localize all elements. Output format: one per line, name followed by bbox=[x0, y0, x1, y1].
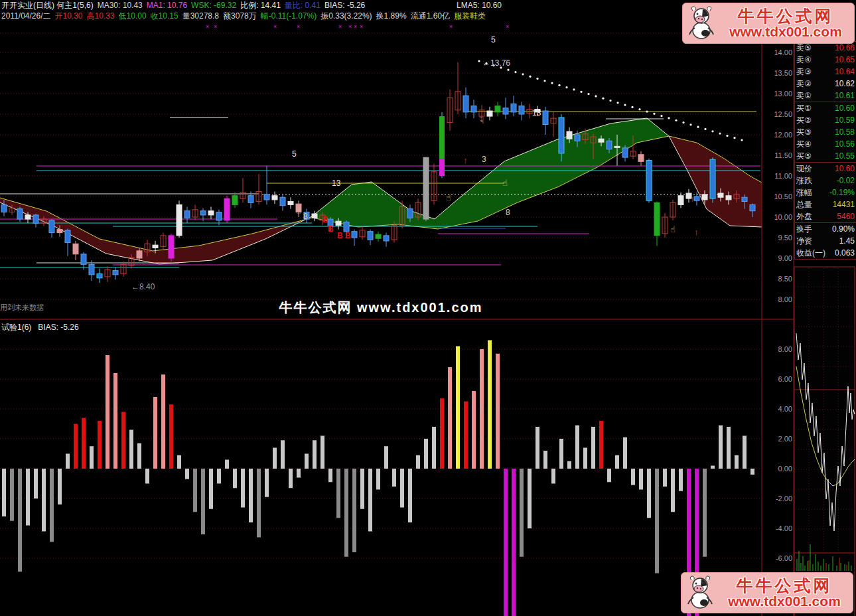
quote-row: 外盘5460 bbox=[795, 210, 856, 222]
up-arrow-icon: ↑ bbox=[463, 155, 468, 165]
indicator-tick: 0.00 bbox=[763, 465, 792, 473]
bias-bar bbox=[113, 373, 117, 469]
ohlc-field: 低10.00 bbox=[119, 11, 147, 21]
quote-row: 卖①10.61 bbox=[795, 90, 856, 102]
bias-bar bbox=[456, 346, 460, 469]
trendline-dot bbox=[558, 84, 560, 86]
cow-mascot-icon bbox=[684, 575, 716, 611]
bias-bar bbox=[472, 391, 476, 469]
candle-body bbox=[352, 232, 357, 238]
trendline-dot bbox=[616, 102, 618, 104]
bias-bar bbox=[305, 454, 309, 469]
bias-bar bbox=[400, 469, 404, 508]
bias-bar bbox=[273, 448, 277, 469]
bias-bar bbox=[384, 446, 388, 469]
bias-bar bbox=[233, 469, 237, 488]
pivot-label: 8 bbox=[506, 208, 510, 217]
pivot-label: ←13.76 bbox=[482, 58, 510, 68]
bias-bar bbox=[464, 402, 468, 469]
trendline-dot bbox=[653, 113, 655, 115]
candle-body bbox=[336, 221, 341, 225]
candle-body bbox=[614, 146, 620, 147]
info-bar-line2: 2011/04/26/二开10.30高10.33低10.00收10.15量302… bbox=[1, 11, 490, 21]
bias-bar bbox=[42, 469, 46, 532]
bull-band bbox=[435, 118, 669, 229]
trendline-dot bbox=[646, 110, 648, 112]
quote-label: 现价 bbox=[796, 163, 812, 175]
candle-body bbox=[208, 211, 214, 215]
bias-bar bbox=[520, 469, 524, 557]
candle-body bbox=[25, 215, 31, 219]
bias-bar bbox=[137, 443, 141, 469]
candle-body bbox=[113, 271, 118, 275]
price-tick: 13.00 bbox=[763, 90, 792, 98]
candle-body bbox=[742, 197, 747, 201]
candle-body bbox=[177, 204, 182, 236]
quote-value: 10.64 bbox=[835, 66, 855, 78]
signal-tick-icon: × bbox=[214, 23, 217, 30]
candle-body bbox=[264, 194, 269, 200]
bias-bar bbox=[735, 455, 739, 469]
bias-bar bbox=[679, 469, 683, 491]
candle-body bbox=[153, 245, 158, 248]
trendline-dot bbox=[580, 91, 582, 93]
candle-body bbox=[654, 202, 660, 236]
price-tick: 12.50 bbox=[763, 110, 792, 118]
bias-bar bbox=[567, 461, 571, 469]
trendline-dot bbox=[536, 78, 538, 80]
bias-bar bbox=[352, 469, 356, 552]
candle-body bbox=[216, 212, 222, 220]
bias-bar bbox=[551, 469, 555, 484]
quote-row: 买⑤10.55 bbox=[795, 150, 856, 162]
candle-body bbox=[1, 204, 7, 212]
signal-candle bbox=[439, 159, 445, 176]
trendline-dot bbox=[565, 86, 567, 88]
candle-body bbox=[503, 108, 508, 114]
quote-label: 卖④ bbox=[796, 54, 812, 66]
lma5-value: LMA5: 10.60 bbox=[457, 1, 502, 10]
candle-body bbox=[312, 214, 317, 218]
bias-bar bbox=[328, 469, 332, 482]
bias-bar bbox=[249, 469, 253, 522]
ohlc-field: 服装鞋类 bbox=[454, 11, 486, 21]
center-watermark: 牛牛公式网 www.tdx001.com bbox=[0, 299, 762, 317]
price-tick: 10.50 bbox=[763, 193, 792, 200]
quote-label: 买④ bbox=[796, 138, 812, 150]
quote-value: 10.56 bbox=[835, 138, 855, 150]
bias-bar bbox=[26, 469, 30, 526]
info-field: MA1: 10.76 bbox=[147, 1, 187, 10]
pivot-label: 13 bbox=[532, 108, 541, 117]
cow-mascot-icon bbox=[685, 5, 717, 41]
quote-label: 涨跌 bbox=[796, 175, 812, 187]
quote-row: 现价10.60 bbox=[795, 163, 856, 175]
trendline-dot bbox=[551, 82, 553, 84]
bias-bar bbox=[480, 349, 484, 469]
trendline-dot bbox=[609, 100, 611, 102]
price-tick: 10.00 bbox=[763, 213, 792, 221]
buy-signal-letter: B bbox=[322, 215, 328, 224]
info-bar-line1: 开开实业(日线) 何主1(5,6)MA30: 10.43MA1: 10.76WS… bbox=[1, 1, 369, 10]
trendline-dot bbox=[689, 123, 691, 125]
bias-bar bbox=[241, 469, 245, 508]
bias-bar bbox=[98, 421, 102, 469]
candle-body bbox=[248, 196, 253, 203]
bias-bar bbox=[153, 397, 157, 469]
trendline-dot bbox=[543, 80, 545, 82]
quote-value: -0.19% bbox=[829, 187, 855, 198]
bias-bar bbox=[201, 469, 205, 534]
quote-row: 卖②10.62 bbox=[795, 78, 856, 90]
ohlc-field: 开10.30 bbox=[55, 11, 83, 21]
quote-value: 10.55 bbox=[835, 150, 855, 162]
pivot-label: ←8.40 bbox=[131, 282, 155, 291]
trendline-dot bbox=[668, 117, 670, 119]
bias-bar bbox=[448, 367, 452, 469]
candle-body bbox=[694, 196, 699, 200]
bias-bar bbox=[90, 446, 94, 469]
quote-row: 买②10.59 bbox=[795, 114, 856, 126]
candle-body bbox=[567, 131, 572, 139]
ohlc-field: 流通1.60亿 bbox=[411, 11, 450, 21]
quote-value: -0.02 bbox=[837, 175, 855, 187]
candle-body bbox=[280, 197, 285, 205]
trendline-dot bbox=[719, 132, 721, 134]
candle-body bbox=[606, 141, 612, 149]
